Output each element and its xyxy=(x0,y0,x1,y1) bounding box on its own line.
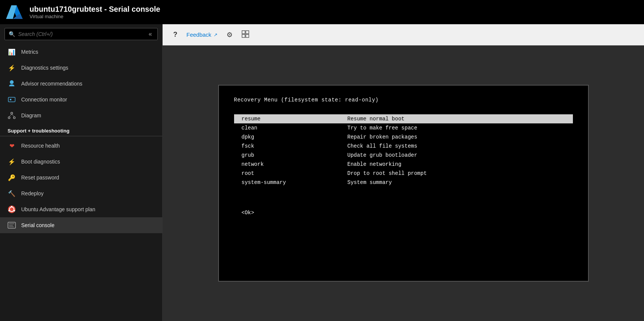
svg-rect-21 xyxy=(246,34,249,37)
serial-console-icon xyxy=(8,221,16,229)
terminal-container: Recovery Menu (filesystem state: read-on… xyxy=(163,45,644,321)
sidebar-item-reset-password[interactable]: 🔑 Reset password xyxy=(0,170,162,185)
terminal-title: Recovery Menu (filesystem state: read-on… xyxy=(234,97,573,103)
svg-rect-20 xyxy=(242,34,245,37)
sidebar-item-boot-diagnostics[interactable]: ⚡ Boot diagnostics xyxy=(0,154,162,170)
sidebar-item-redeploy[interactable]: 🔨 Redeploy xyxy=(0,185,162,201)
terminal-menu-row: resumeResume normal boot xyxy=(234,114,573,123)
ubuntu-icon xyxy=(8,205,16,213)
svg-point-4 xyxy=(11,112,13,114)
connection-icon xyxy=(8,95,16,104)
toolbar: ? Feedback ↗ ⚙ xyxy=(163,24,644,45)
svg-point-11 xyxy=(11,206,12,207)
terminal-command: network xyxy=(234,160,340,169)
svg-rect-2 xyxy=(8,97,15,102)
azure-logo xyxy=(6,3,24,21)
sidebar: 🔍 « 📊 Metrics ⚡ Diagnostics settings Adv… xyxy=(0,24,163,321)
external-link-icon: ↗ xyxy=(214,32,217,37)
terminal-description: Resume normal boot xyxy=(340,114,573,123)
terminal-description: Check all file systems xyxy=(340,142,573,151)
terminal-menu-row: cleanTry to make free space xyxy=(234,123,573,132)
sidebar-label-boot-diagnostics: Boot diagnostics xyxy=(21,159,60,165)
terminal-description: Drop to root shell prompt xyxy=(340,169,573,178)
terminal-menu-table: resumeResume normal bootcleanTry to make… xyxy=(234,114,573,187)
grid-button[interactable] xyxy=(237,27,254,42)
sidebar-item-diagnostics[interactable]: ⚡ Diagnostics settings xyxy=(0,60,162,76)
svg-rect-16 xyxy=(9,225,13,226)
content-area: ? Feedback ↗ ⚙ xyxy=(163,24,644,321)
grid-icon xyxy=(242,30,249,39)
sidebar-label-resource-health: Resource health xyxy=(21,143,60,149)
terminal-description: Try to make free space xyxy=(340,123,573,132)
collapse-icon[interactable]: « xyxy=(147,31,154,37)
terminal-command: root xyxy=(234,169,340,178)
page-title: ubuntu1710grubtest - Serial console xyxy=(29,5,160,14)
terminal[interactable]: Recovery Menu (filesystem state: read-on… xyxy=(218,85,589,282)
sidebar-item-resource-health[interactable]: ❤ Resource health xyxy=(0,138,162,154)
terminal-menu-row: networkEnable networking xyxy=(234,160,573,169)
svg-point-1 xyxy=(10,80,14,84)
terminal-description: System summary xyxy=(340,178,573,187)
svg-point-6 xyxy=(14,117,16,119)
terminal-menu-row: rootDrop to root shell prompt xyxy=(234,169,573,178)
terminal-description: Update grub bootloader xyxy=(340,151,573,160)
reset-password-icon: 🔑 xyxy=(8,173,16,182)
svg-rect-18 xyxy=(242,31,245,34)
sidebar-label-advisor: Advisor recommendations xyxy=(21,81,82,87)
terminal-command: dpkg xyxy=(234,132,340,142)
sidebar-item-serial-console[interactable]: Serial console xyxy=(0,217,162,233)
resource-health-icon: ❤ xyxy=(8,142,16,150)
svg-point-12 xyxy=(14,210,15,212)
svg-line-8 xyxy=(12,114,14,117)
page-subtitle: Virtual machine xyxy=(29,14,160,19)
sidebar-label-connection: Connection monitor xyxy=(21,97,67,103)
terminal-command: system-summary xyxy=(234,178,340,187)
redeploy-icon: 🔨 xyxy=(8,189,16,198)
svg-point-5 xyxy=(8,117,10,119)
terminal-menu-row: grubUpdate grub bootloader xyxy=(234,151,573,160)
terminal-ok: <Ok> xyxy=(234,210,573,216)
terminal-menu-row: system-summarySystem summary xyxy=(234,178,573,187)
settings-button[interactable]: ⚙ xyxy=(222,28,237,42)
sidebar-label-diagram: Diagram xyxy=(21,112,41,118)
feedback-button[interactable]: Feedback ↗ xyxy=(182,28,222,41)
sidebar-search-container[interactable]: 🔍 « xyxy=(5,28,158,40)
svg-rect-17 xyxy=(9,226,14,227)
sidebar-label-diagnostics: Diagnostics settings xyxy=(21,65,68,71)
terminal-command: resume xyxy=(234,114,340,123)
settings-icon: ⚙ xyxy=(227,31,233,39)
sidebar-label-redeploy: Redeploy xyxy=(21,190,43,196)
search-icon: 🔍 xyxy=(9,31,15,37)
svg-rect-19 xyxy=(246,31,249,34)
terminal-menu-row: fsckCheck all file systems xyxy=(234,142,573,151)
svg-point-13 xyxy=(8,210,10,212)
terminal-command: grub xyxy=(234,151,340,160)
support-section-header: Support + troubleshooting xyxy=(0,123,162,136)
sidebar-item-ubuntu-advantage[interactable]: Ubuntu Advantage support plan xyxy=(0,201,162,217)
title-bar: ubuntu1710grubtest - Serial console Virt… xyxy=(0,0,644,24)
sidebar-item-metrics[interactable]: 📊 Metrics xyxy=(0,44,162,60)
terminal-menu-row: dpkgRepair broken packages xyxy=(234,132,573,142)
terminal-command: clean xyxy=(234,123,340,132)
advisor-icon xyxy=(8,79,16,88)
diagram-icon xyxy=(8,111,16,120)
help-icon: ? xyxy=(173,31,177,39)
metrics-icon: 📊 xyxy=(8,48,16,56)
svg-line-7 xyxy=(9,114,12,117)
sidebar-label-metrics: Metrics xyxy=(21,49,38,55)
svg-rect-3 xyxy=(10,99,11,100)
sidebar-item-advisor[interactable]: Advisor recommendations xyxy=(0,76,162,92)
sidebar-label-reset-password: Reset password xyxy=(21,175,59,181)
svg-rect-15 xyxy=(9,223,14,224)
sidebar-item-diagram[interactable]: Diagram xyxy=(0,108,162,123)
boot-diagnostics-icon: ⚡ xyxy=(8,157,16,166)
help-button[interactable]: ? xyxy=(169,28,182,42)
sidebar-label-ubuntu-advantage: Ubuntu Advantage support plan xyxy=(21,206,95,212)
search-input[interactable] xyxy=(18,31,147,37)
title-bar-text: ubuntu1710grubtest - Serial console Virt… xyxy=(29,5,160,19)
feedback-label: Feedback xyxy=(186,31,211,38)
diagnostics-icon: ⚡ xyxy=(8,64,16,72)
sidebar-item-connection[interactable]: Connection monitor xyxy=(0,92,162,108)
terminal-description: Repair broken packages xyxy=(340,132,573,142)
sidebar-label-serial-console: Serial console xyxy=(21,222,54,228)
